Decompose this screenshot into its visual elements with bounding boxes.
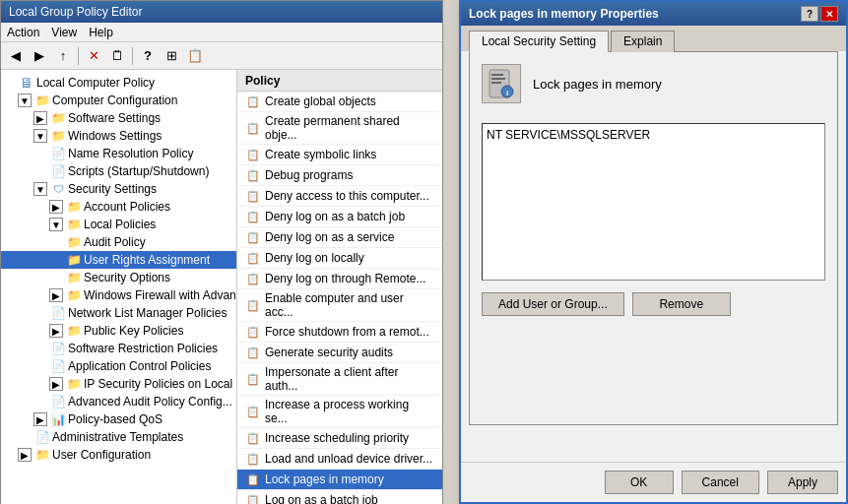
tree-user-rights[interactable]: 📁 User Rights Assignment: [1, 251, 236, 269]
tree-admin-label: Administrative Templates: [52, 430, 183, 444]
icon-button-1[interactable]: ⊞: [161, 45, 182, 67]
policy-item[interactable]: 📋 Create symbolic links: [237, 145, 442, 165]
tab-explain[interactable]: Explain: [611, 31, 675, 52]
policy-item[interactable]: 📋 Debug programs: [237, 165, 442, 186]
back-button[interactable]: ◀: [5, 45, 27, 67]
toggle-user-config[interactable]: ▶: [18, 448, 32, 462]
tree-qos-label: Policy-based QoS: [68, 412, 163, 426]
policy-item[interactable]: 📋 Increase scheduling priority: [237, 428, 442, 449]
menu-bar: Action View Help: [1, 23, 442, 42]
help-dialog-button[interactable]: ?: [801, 6, 818, 22]
policy-item[interactable]: 📋 Deny log on as a batch job: [237, 207, 442, 227]
tree-policy-qos[interactable]: ▶ 📊 Policy-based QoS: [1, 410, 236, 428]
policy-item[interactable]: 📋 Increase a process working se...: [237, 396, 442, 428]
policy-item-label: Deny log on as a batch job: [265, 210, 405, 223]
tree-computer-config[interactable]: ▼ 📁 Computer Configuration: [1, 92, 236, 109]
tree-user-config[interactable]: ▶ 📁 User Configuration: [1, 446, 236, 464]
toggle-qos[interactable]: ▶: [33, 412, 47, 426]
tree-windows-firewall[interactable]: ▶ 📁 Windows Firewall with Advan...: [1, 286, 236, 304]
toggle-account[interactable]: ▶: [49, 200, 63, 214]
tree-advanced-audit[interactable]: 📄 Advanced Audit Policy Config...: [1, 393, 236, 410]
add-user-group-button[interactable]: Add User or Group...: [482, 292, 624, 316]
tree-audit-policy[interactable]: 📁 Audit Policy: [1, 233, 236, 251]
remove-button[interactable]: Remove: [632, 292, 731, 316]
toggle-pubkey[interactable]: ▶: [49, 324, 63, 338]
toggle-firewall[interactable]: ▶: [49, 288, 63, 302]
tab-local-security[interactable]: Local Security Setting: [469, 31, 609, 52]
tree-security-label: Security Settings: [68, 182, 157, 196]
policy-item-icon: 📋: [245, 451, 261, 467]
tree-scripts[interactable]: 📄 Scripts (Startup/Shutdown): [1, 162, 236, 180]
tree-pubkey-label: Public Key Policies: [84, 324, 183, 338]
apply-button[interactable]: Apply: [767, 471, 838, 494]
policy-item[interactable]: 📋 Deny log on through Remote...: [237, 269, 442, 289]
policy-item[interactable]: 📋 Create permanent shared obje...: [237, 112, 442, 145]
tree-windows-settings[interactable]: ▼ 📁 Windows Settings: [1, 127, 236, 145]
toggle-computer-config[interactable]: ▼: [18, 94, 32, 107]
policy-item-label: Log on as a batch job: [265, 493, 378, 504]
policy-item[interactable]: 📋 Force shutdown from a remot...: [237, 322, 442, 343]
tree-ip-security[interactable]: ▶ 📁 IP Security Policies on Local C...: [1, 375, 236, 393]
tree-admin-templates[interactable]: 📄 Administrative Templates: [1, 428, 236, 446]
icon-button-2[interactable]: 📋: [184, 45, 206, 67]
policy-item[interactable]: 📋 Load and unload device driver...: [237, 449, 442, 470]
dialog-content: i Lock pages in memory NT SERVICE\MSSQLS…: [469, 51, 838, 425]
toggle-windows[interactable]: ▼: [33, 129, 47, 143]
toggle-local[interactable]: ▼: [49, 218, 63, 231]
policy-item[interactable]: 📋 Deny log on as a service: [237, 227, 442, 248]
folder-icon-name-res: 📄: [50, 146, 66, 161]
tree-name-resolution[interactable]: 📄 Name Resolution Policy: [1, 145, 236, 162]
policy-item[interactable]: 📋 Deny log on locally: [237, 248, 442, 269]
policy-icon-header: i Lock pages in memory: [482, 64, 825, 111]
policy-item[interactable]: 📋 Impersonate a client after auth...: [237, 363, 442, 396]
policy-item-icon: 📋: [245, 492, 261, 504]
menu-view[interactable]: View: [51, 26, 77, 39]
tree-software-restriction[interactable]: 📄 Software Restriction Policies: [1, 340, 236, 357]
policy-panel[interactable]: 📋 Create global objects 📋 Create permane…: [237, 92, 442, 504]
tree-network-list[interactable]: 📄 Network List Manager Policies: [1, 304, 236, 322]
users-groups-box[interactable]: NT SERVICE\MSSQLSERVER: [482, 123, 825, 281]
policy-item[interactable]: 📋 Log on as a batch job: [237, 490, 442, 504]
tree-root[interactable]: 🖥 Local Computer Policy: [1, 74, 236, 92]
up-button[interactable]: ↑: [52, 45, 74, 67]
ok-button[interactable]: OK: [605, 471, 674, 494]
tree-local-policies[interactable]: ▼ 📁 Local Policies: [1, 216, 236, 233]
tree-public-key[interactable]: ▶ 📁 Public Key Policies: [1, 322, 236, 340]
policy-item-icon: 📋: [245, 371, 261, 387]
tree-security-options[interactable]: 📁 Security Options: [1, 269, 236, 286]
menu-action[interactable]: Action: [7, 26, 39, 39]
folder-icon-audit: 📁: [66, 234, 82, 250]
policy-item-selected[interactable]: 📋 Lock pages in memory: [237, 470, 442, 490]
toggle-software[interactable]: ▶: [33, 111, 47, 125]
forward-button[interactable]: ▶: [29, 45, 50, 67]
properties-button[interactable]: 🗒: [106, 45, 128, 67]
cancel-button[interactable]: Cancel: [682, 471, 759, 494]
tree-account-policies[interactable]: ▶ 📁 Account Policies: [1, 198, 236, 216]
delete-button[interactable]: ✕: [83, 45, 104, 67]
toggle-security[interactable]: ▼: [33, 182, 47, 196]
tree-panel[interactable]: 🖥 Local Computer Policy ▼ 📁 Computer Con…: [1, 70, 237, 504]
menu-help[interactable]: Help: [89, 26, 113, 39]
folder-icon-sec-opt: 📁: [66, 270, 82, 285]
help-button[interactable]: ?: [137, 45, 159, 67]
dialog-title-text: Lock pages in memory Properties: [469, 7, 659, 21]
toggle-ip[interactable]: ▶: [49, 377, 63, 391]
tree-app-control[interactable]: 📄 Application Control Policies: [1, 357, 236, 375]
tree-security-settings[interactable]: ▼ 🛡 Security Settings: [1, 180, 236, 198]
folder-icon-adv-audit: 📄: [50, 394, 66, 410]
folder-icon-software: 📁: [50, 110, 66, 126]
folder-icon-admin: 📄: [34, 429, 50, 445]
close-dialog-button[interactable]: ✕: [820, 6, 838, 22]
policy-item[interactable]: 📋 Deny access to this computer...: [237, 186, 442, 207]
policy-item-icon: 📋: [245, 250, 261, 266]
policy-item-label: Create symbolic links: [265, 148, 376, 161]
policy-item-label: Create global objects: [265, 94, 376, 108]
policy-list-container: Policy 📋 Create global objects 📋 Create …: [237, 70, 442, 504]
policy-item-label: Enable computer and user acc...: [265, 291, 434, 319]
svg-rect-1: [491, 74, 503, 76]
policy-item[interactable]: 📋 Create global objects: [237, 92, 442, 112]
policy-item[interactable]: 📋 Generate security audits: [237, 343, 442, 363]
policy-item-icon: 📋: [245, 94, 261, 109]
policy-item[interactable]: 📋 Enable computer and user acc...: [237, 289, 442, 322]
tree-software-settings[interactable]: ▶ 📁 Software Settings: [1, 109, 236, 127]
